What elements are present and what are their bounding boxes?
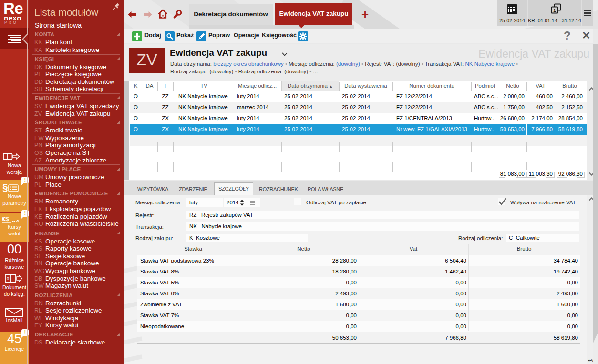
svg-text:€$: €$ xyxy=(2,216,9,222)
svg-text:1: 1 xyxy=(553,8,556,13)
svg-text:0: 0 xyxy=(7,276,9,281)
